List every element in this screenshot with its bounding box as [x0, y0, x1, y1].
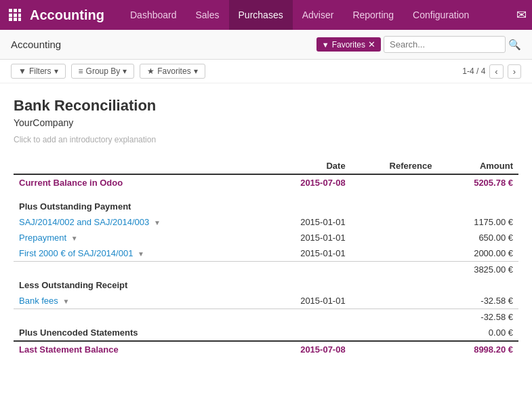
section-outstanding-payment: Plus Outstanding Payment	[14, 199, 518, 214]
saj-002-003-amount: 1175.00 €	[437, 214, 518, 230]
search-button[interactable]: 🔍	[508, 39, 521, 51]
group-by-label: Group By	[86, 66, 121, 76]
col-header-description	[14, 158, 260, 174]
app-brand[interactable]: Accounting	[30, 7, 104, 23]
filter-tag-icon: ▼	[322, 41, 329, 49]
prepayment-label[interactable]: Prepayment ▼	[14, 230, 260, 245]
report-company: YourCompany	[14, 117, 518, 128]
col-header-reference: Reference	[351, 158, 438, 174]
svg-rect-3	[9, 14, 12, 17]
nav-item-adviser[interactable]: Adviser	[293, 0, 344, 30]
subtotal-outstanding-date	[260, 262, 351, 278]
report-intro[interactable]: Click to add an introductory explanation	[14, 135, 518, 144]
search-input[interactable]	[384, 36, 506, 53]
current-balance-date: 2015-07-08	[260, 174, 351, 191]
col-header-date: Date	[260, 158, 351, 174]
svg-rect-0	[9, 9, 12, 12]
topbar: Accounting Dashboard Sales Purchases Adv…	[0, 0, 532, 30]
prepayment-dropdown-icon[interactable]: ▼	[71, 235, 78, 242]
subtotal-outstanding-ref	[351, 262, 438, 278]
reconciliation-table: Date Reference Amount Current Balance in…	[14, 158, 518, 357]
saj-002-003-label[interactable]: SAJ/2014/002 and SAJ/2014/003 ▼	[14, 214, 260, 230]
bank-fees-link[interactable]: Bank fees	[19, 296, 58, 306]
group-by-chevron: ▾	[123, 66, 127, 76]
row-current-balance: Current Balance in Odoo 2015-07-08 5205.…	[14, 174, 518, 191]
prepayment-amount: 650.00 €	[437, 230, 518, 245]
subtotal-outstanding-amount: 3825.00 €	[437, 262, 518, 278]
main-nav: Dashboard Sales Purchases Adviser Report…	[121, 0, 516, 30]
last-statement-date: 2015-07-08	[260, 341, 351, 357]
search-tag-favorites: ▼ Favorites ✕	[316, 37, 381, 52]
first-2000-label[interactable]: First 2000 € of SAJ/2014/001 ▼	[14, 245, 260, 262]
section-outstanding-receipt: Less Outstanding Receipt	[14, 277, 518, 293]
bank-fees-dropdown-icon[interactable]: ▼	[62, 298, 69, 305]
saj-002-003-link[interactable]: SAJ/2014/002 and SAJ/2014/003	[19, 217, 149, 227]
mail-icon[interactable]: ✉	[516, 7, 527, 22]
svg-rect-8	[18, 18, 21, 21]
subtotal-receipt-ref	[351, 309, 438, 325]
next-page-button[interactable]: ›	[508, 64, 521, 79]
pagination-count: 1-4 / 4	[462, 66, 485, 76]
favorites-star-icon: ★	[147, 66, 155, 76]
bank-fees-date: 2015-01-01	[260, 293, 351, 309]
search-tag-label: Favorites	[332, 40, 365, 49]
nav-item-dashboard[interactable]: Dashboard	[121, 0, 186, 30]
current-balance-ref	[351, 174, 438, 191]
prepayment-link[interactable]: Prepayment	[19, 233, 66, 243]
unencoded-amount: 0.00 €	[437, 325, 518, 341]
group-by-button[interactable]: ≡ Group By ▾	[71, 64, 135, 79]
section-unencoded: Plus Unencoded Statements 0.00 €	[14, 325, 518, 341]
bank-fees-label[interactable]: Bank fees ▼	[14, 293, 260, 309]
saj-002-003-ref	[351, 214, 438, 230]
nav-item-reporting[interactable]: Reporting	[343, 0, 403, 30]
first-2000-link[interactable]: First 2000 € of SAJ/2014/001	[19, 248, 133, 258]
search-area: ▼ Favorites ✕ 🔍	[316, 36, 521, 53]
row-subtotal-outstanding: 3825.00 €	[14, 262, 518, 278]
prepayment-ref	[351, 230, 438, 245]
unencoded-date	[260, 325, 351, 341]
last-statement-ref	[351, 341, 438, 357]
saj-002-003-dropdown-icon[interactable]: ▼	[154, 219, 161, 226]
unencoded-label: Plus Unencoded Statements	[14, 325, 260, 341]
current-balance-amount: 5205.78 €	[437, 174, 518, 191]
favorites-chevron: ▾	[194, 66, 198, 76]
filters-label: Filters	[29, 66, 52, 76]
svg-rect-5	[18, 14, 21, 17]
svg-rect-7	[14, 18, 17, 21]
group-by-icon: ≡	[79, 66, 83, 76]
saj-002-003-date: 2015-01-01	[260, 214, 351, 230]
first-2000-dropdown-icon[interactable]: ▼	[138, 250, 144, 258]
subtotal-receipt-amount: -32.58 €	[437, 309, 518, 325]
grid-menu-icon[interactable]	[5, 5, 24, 24]
first-2000-ref	[351, 245, 438, 262]
last-statement-amount: 8998.20 €	[437, 341, 518, 357]
subtotal-receipt-date	[260, 309, 351, 325]
nav-item-purchases[interactable]: Purchases	[229, 0, 293, 30]
current-balance-label: Current Balance in Odoo	[14, 174, 260, 191]
first-2000-date: 2015-01-01	[260, 245, 351, 262]
favorites-button[interactable]: ★ Favorites ▾	[140, 64, 205, 79]
nav-item-configuration[interactable]: Configuration	[403, 0, 478, 30]
svg-rect-2	[18, 9, 21, 12]
nav-item-sales[interactable]: Sales	[186, 0, 229, 30]
svg-rect-1	[14, 9, 17, 12]
row-last-statement: Last Statement Balance 2015-07-08 8998.2…	[14, 341, 518, 357]
last-statement-label: Last Statement Balance	[14, 341, 260, 357]
bank-fees-ref	[351, 293, 438, 309]
search-tag-close[interactable]: ✕	[368, 39, 375, 49]
row-first-2000: First 2000 € of SAJ/2014/001 ▼ 2015-01-0…	[14, 245, 518, 262]
report-title: Bank Reconciliation	[14, 97, 518, 115]
prev-page-button[interactable]: ‹	[489, 64, 503, 79]
unencoded-ref	[351, 325, 438, 341]
row-saj-002-003: SAJ/2014/002 and SAJ/2014/003 ▼ 2015-01-…	[14, 214, 518, 230]
subtotal-receipt-label	[14, 309, 260, 325]
svg-rect-6	[9, 18, 12, 21]
breadcrumb-bar: Accounting ▼ Favorites ✕ 🔍	[0, 30, 532, 60]
filters-icon: ▼	[18, 66, 26, 76]
outstanding-receipt-label: Less Outstanding Receipt	[14, 277, 518, 293]
filters-button[interactable]: ▼ Filters ▾	[11, 64, 66, 79]
col-header-amount: Amount	[437, 158, 518, 174]
outstanding-payment-label: Plus Outstanding Payment	[14, 199, 518, 214]
filters-chevron: ▾	[54, 66, 58, 76]
prepayment-date: 2015-01-01	[260, 230, 351, 245]
